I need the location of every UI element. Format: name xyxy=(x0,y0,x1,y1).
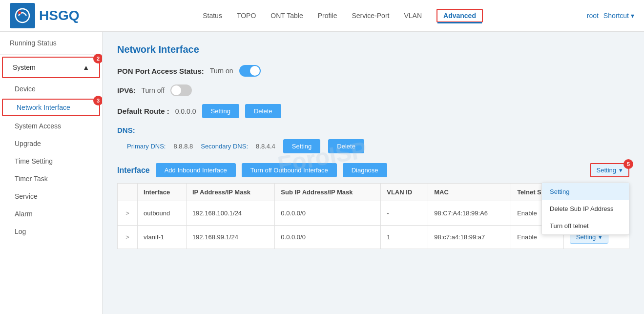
pon-status-value: Turn on xyxy=(210,67,233,75)
header-right: root Shortcut ▾ xyxy=(587,12,634,20)
interface-name-0: outbound xyxy=(138,201,187,226)
dns-title: DNS: xyxy=(117,126,629,134)
mac-1: 98:c7:a4:18:99:a7 xyxy=(428,226,511,249)
dropdown-badge-5: 5 xyxy=(623,159,633,169)
layout: Running Status System ▲ 2 Device Network… xyxy=(0,32,644,314)
header: HSGQ Status TOPO ONT Table Profile Servi… xyxy=(0,0,644,32)
sub-ip-0: 0.0.0.0/0 xyxy=(275,201,381,226)
secondary-dns-value: 8.8.4.4 xyxy=(256,143,275,150)
col-mac: MAC xyxy=(428,184,511,201)
interface-header: Interface Add Inbound Interface Turn off… xyxy=(117,163,629,177)
dns-section: DNS: Primary DNS: 8.8.8.8 Secondary DNS:… xyxy=(117,126,629,153)
setting-dropdown-container: Setting ▾ 5 Setting Delete Sub IP Addres… xyxy=(590,163,629,177)
primary-dns-value: 8.8.8.8 xyxy=(173,143,193,150)
sidebar-item-network-interface[interactable]: Network Interface 3 xyxy=(2,99,100,116)
dropdown-item-turn-off-telnet[interactable]: Turn off telnet xyxy=(542,217,629,234)
nav-status[interactable]: Status xyxy=(203,10,222,21)
sidebar: Running Status System ▲ 2 Device Network… xyxy=(0,32,103,314)
chevron-up-icon: ▲ xyxy=(83,63,89,71)
pon-toggle-knob xyxy=(250,66,260,76)
page-title: Network Interface xyxy=(117,44,629,55)
col-interface: Interface xyxy=(138,184,187,201)
expand-icon-0[interactable]: > xyxy=(118,201,138,226)
col-ip: IP Address/IP Mask xyxy=(186,184,274,201)
pon-status-label: PON Port Access Status: xyxy=(117,67,204,75)
vlan-1: 1 xyxy=(381,226,428,249)
dns-row: Primary DNS: 8.8.8.8 Secondary DNS: 8.8.… xyxy=(117,139,629,153)
default-route-row: Default Route : 0.0.0.0 Setting Delete xyxy=(117,104,629,118)
svg-point-1 xyxy=(18,11,21,14)
default-route-setting-button[interactable]: Setting xyxy=(202,104,239,118)
nav-vlan[interactable]: VLAN xyxy=(404,10,422,21)
logo-icon xyxy=(10,3,35,28)
default-route-delete-button[interactable]: Delete xyxy=(245,104,281,118)
chevron-down-icon: ▾ xyxy=(631,12,634,20)
sidebar-system-label: System xyxy=(13,63,36,71)
interface-name-1: vlanif-1 xyxy=(138,226,187,249)
sub-ip-1: 0.0.0.0/0 xyxy=(275,226,381,249)
default-route-value: 0.0.0.0 xyxy=(175,107,196,115)
ipv6-toggle-knob xyxy=(171,85,181,95)
ipv6-toggle[interactable] xyxy=(170,84,192,96)
vlan-0: - xyxy=(381,201,428,226)
sidebar-item-timer-task[interactable]: Timer Task xyxy=(0,170,102,188)
sidebar-item-upgrade[interactable]: Upgrade xyxy=(0,135,102,152)
sidebar-item-device[interactable]: Device xyxy=(0,80,102,98)
sidebar-badge-2: 2 xyxy=(93,54,103,63)
chevron-down-icon: ▾ xyxy=(619,167,623,174)
setting-dropdown-menu: Setting Delete Sub IP Address Turn off t… xyxy=(541,183,629,235)
sidebar-item-log[interactable]: Log xyxy=(0,223,102,240)
turn-off-outbound-button[interactable]: Turn off Outbound Interface xyxy=(242,163,337,177)
user-link[interactable]: root xyxy=(587,12,599,20)
sidebar-item-system-access[interactable]: System Access xyxy=(0,117,102,135)
nav-profile[interactable]: Profile xyxy=(318,10,337,21)
nav-service-port[interactable]: Service-Port xyxy=(352,10,389,21)
col-expand xyxy=(118,184,138,201)
diagnose-button[interactable]: Diagnose xyxy=(343,163,387,177)
sidebar-item-time-setting[interactable]: Time Setting xyxy=(0,152,102,170)
sidebar-item-alarm[interactable]: Alarm xyxy=(0,205,102,223)
svg-point-0 xyxy=(16,9,29,22)
col-sub-ip: Sub IP Address/IP Mask xyxy=(275,184,381,201)
col-vlan: VLAN ID xyxy=(381,184,428,201)
ipv6-status-row: IPV6: Turn off xyxy=(117,84,629,96)
nav-advanced[interactable]: Advanced xyxy=(436,9,483,22)
add-inbound-button[interactable]: Add Inbound Interface xyxy=(156,163,236,177)
dns-delete-button[interactable]: Delete xyxy=(328,139,364,153)
ipv6-label: IPV6: xyxy=(117,86,136,95)
setting-dropdown-button[interactable]: Setting ▾ 5 xyxy=(590,163,629,177)
sidebar-item-service[interactable]: Service xyxy=(0,188,102,205)
ipv6-status-value: Turn off xyxy=(142,86,165,94)
sidebar-running-status: Running Status xyxy=(0,32,102,55)
sidebar-system-group[interactable]: System ▲ 2 xyxy=(2,57,100,78)
mac-0: 98:C7:A4:18:99:A6 xyxy=(428,201,511,226)
expand-icon-1[interactable]: > xyxy=(118,226,138,249)
pon-status-row: PON Port Access Status: Turn on xyxy=(117,65,629,77)
nav-links: Status TOPO ONT Table Profile Service-Po… xyxy=(99,9,586,22)
dropdown-item-delete-sub-ip[interactable]: Delete Sub IP Address xyxy=(542,200,629,217)
interface-title: Interface xyxy=(117,166,150,175)
dropdown-item-setting[interactable]: Setting xyxy=(542,183,629,200)
logo-area: HSGQ xyxy=(10,3,79,28)
nav-ont-table[interactable]: ONT Table xyxy=(270,10,303,21)
main-content: Network Interface PON Port Access Status… xyxy=(103,32,644,314)
secondary-dns-label: Secondary DNS: xyxy=(201,143,248,150)
default-route-label: Default Route : xyxy=(117,107,169,115)
ip-0: 192.168.100.1/24 xyxy=(186,201,274,226)
dns-setting-button[interactable]: Setting xyxy=(283,139,320,153)
ip-1: 192.168.99.1/24 xyxy=(186,226,274,249)
logo-text: HSGQ xyxy=(39,8,79,23)
pon-toggle[interactable] xyxy=(239,65,261,77)
sidebar-badge-3: 3 xyxy=(93,96,103,105)
primary-dns-label: Primary DNS: xyxy=(127,143,166,150)
shortcut-button[interactable]: Shortcut ▾ xyxy=(603,12,634,20)
nav-topo[interactable]: TOPO xyxy=(237,10,256,21)
